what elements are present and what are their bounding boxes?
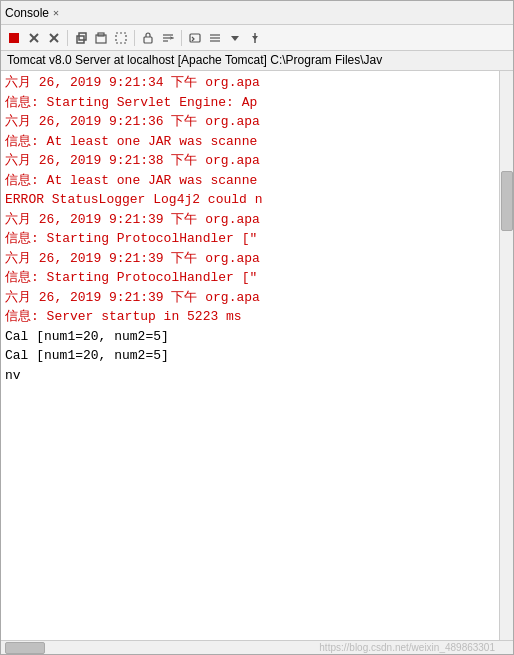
svg-marker-18 — [231, 36, 239, 41]
stop-button[interactable] — [5, 29, 23, 47]
console-line: 六月 26, 2019 9:21:39 下午 org.apa — [5, 249, 495, 269]
svg-rect-0 — [9, 33, 19, 43]
horizontal-scrollbar[interactable]: https://blog.csdn.net/weixin_489863301 — [1, 640, 513, 654]
svg-marker-20 — [252, 36, 258, 40]
view-menu-button[interactable] — [226, 29, 244, 47]
watermark: https://blog.csdn.net/weixin_489863301 — [319, 642, 495, 653]
paste-button[interactable] — [92, 29, 110, 47]
pin-button[interactable] — [246, 29, 264, 47]
console-line: nv — [5, 366, 495, 386]
remove-button[interactable] — [45, 29, 63, 47]
scrollbar-thumb-v[interactable] — [501, 171, 513, 231]
console-line: 信息: Starting Servlet Engine: Ap — [5, 93, 495, 113]
console-title-label: Console — [5, 6, 49, 20]
vertical-scrollbar[interactable] — [499, 71, 513, 640]
copy-button[interactable] — [72, 29, 90, 47]
window-frame: Console ✕ — [0, 0, 514, 655]
toolbar-sep-1 — [67, 30, 68, 46]
scroll-lock-button[interactable] — [139, 29, 157, 47]
console-line: Cal [num1=20, num2=5] — [5, 346, 495, 366]
toolbar — [1, 25, 513, 51]
disconnect-button[interactable] — [25, 29, 43, 47]
svg-rect-10 — [144, 37, 152, 43]
console-area: 六月 26, 2019 9:21:34 下午 org.apa 信息: Start… — [1, 71, 513, 640]
toolbar-sep-3 — [181, 30, 182, 46]
toolbar-sep-2 — [134, 30, 135, 46]
console-line: 六月 26, 2019 9:21:36 下午 org.apa — [5, 112, 495, 132]
console-content: 六月 26, 2019 9:21:34 下午 org.apa 信息: Start… — [1, 71, 499, 640]
title-bar-left: Console ✕ — [5, 6, 59, 20]
console-line: ERROR StatusLogger Log4j2 could n — [5, 190, 495, 210]
console-line: 信息: Starting ProtocolHandler [" — [5, 229, 495, 249]
svg-rect-9 — [116, 33, 126, 43]
properties-button[interactable] — [206, 29, 224, 47]
console-line: 信息: At least one JAR was scanne — [5, 132, 495, 152]
console-line: Cal [num1=20, num2=5] — [5, 327, 495, 347]
console-line: 六月 26, 2019 9:21:38 下午 org.apa — [5, 151, 495, 171]
open-console-button[interactable] — [186, 29, 204, 47]
console-line: 信息: At least one JAR was scanne — [5, 171, 495, 191]
title-bar: Console ✕ — [1, 1, 513, 25]
server-title-bar: Tomcat v8.0 Server at localhost [Apache … — [1, 51, 513, 71]
console-line: 信息: Starting ProtocolHandler [" — [5, 268, 495, 288]
console-line: 六月 26, 2019 9:21:34 下午 org.apa — [5, 73, 495, 93]
select-all-button[interactable] — [112, 29, 130, 47]
word-wrap-button[interactable] — [159, 29, 177, 47]
console-line: 信息: Server startup in 5223 ms — [5, 307, 495, 327]
scrollbar-thumb-h[interactable] — [5, 642, 45, 654]
console-line: 六月 26, 2019 9:21:39 下午 org.apa — [5, 210, 495, 230]
svg-rect-14 — [190, 34, 200, 42]
console-close-icon[interactable]: ✕ — [53, 7, 59, 19]
console-line: 六月 26, 2019 9:21:39 下午 org.apa — [5, 288, 495, 308]
